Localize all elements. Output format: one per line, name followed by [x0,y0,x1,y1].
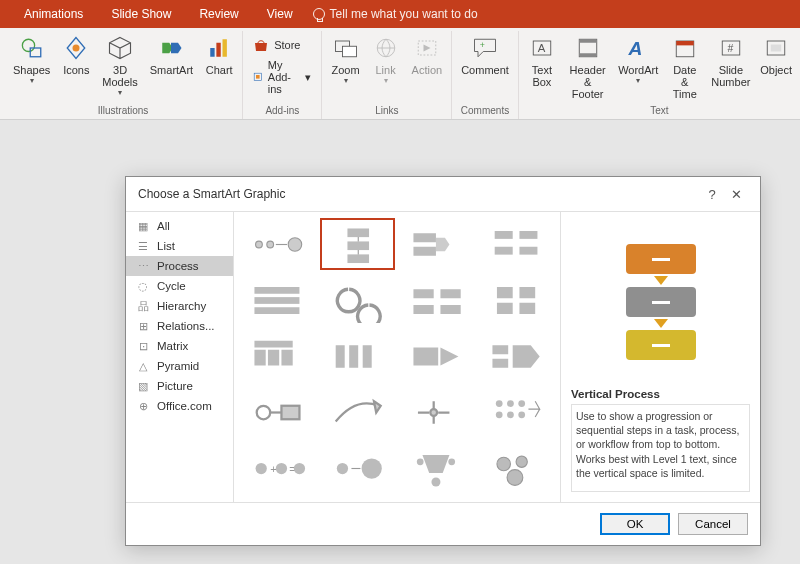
category-icon: ⋯ [136,259,150,273]
link-button[interactable]: Link▾ [367,31,405,85]
smartart-thumb-14[interactable] [399,386,475,438]
tab-slideshow[interactable]: Slide Show [97,0,185,28]
tab-animations[interactable]: Animations [10,0,97,28]
icons-button[interactable]: Icons [57,31,95,76]
category-icon: △ [136,359,150,373]
group-addins: Store My Add-ins ▾ Add-ins [243,31,322,119]
smartart-thumb-10[interactable] [399,330,475,382]
svg-rect-38 [254,297,299,304]
svg-rect-9 [342,46,356,57]
close-button[interactable]: ✕ [724,187,748,202]
category-matrix[interactable]: ⊡Matrix [126,336,233,356]
svg-rect-37 [254,287,299,294]
ok-button[interactable]: OK [600,513,670,535]
svg-point-73 [362,458,382,478]
svg-point-61 [496,400,503,407]
action-icon [413,34,441,62]
tell-me-search[interactable]: Tell me what you want to do [313,7,478,21]
smartart-thumb-12[interactable] [240,386,316,438]
store-button[interactable]: Store [247,35,317,55]
action-button[interactable]: Action [407,31,448,76]
smartart-thumb-2[interactable] [399,218,475,270]
help-button[interactable]: ? [700,187,724,202]
comment-button[interactable]: + Comment [456,31,514,76]
textbox-icon: A [528,34,556,62]
svg-rect-1 [30,48,41,57]
smartart-thumb-15[interactable] [479,386,555,438]
category-icon: ◌ [136,279,150,293]
category-icon: ⊡ [136,339,150,353]
smartart-thumb-19[interactable] [479,442,555,494]
group-links: Zoom▾ Link▾ Action Links [322,31,452,119]
group-label-comments: Comments [461,103,509,119]
smartart-thumb-1[interactable] [320,218,396,270]
zoom-icon [332,34,360,62]
category-list[interactable]: ☰List [126,236,233,256]
svg-rect-34 [520,231,538,239]
category-process[interactable]: ⋯Process [126,256,233,276]
category-officecom[interactable]: ⊕Office.com [126,396,233,416]
smartart-thumb-8[interactable] [240,330,316,382]
smartart-icon [157,34,185,62]
svg-rect-55 [413,347,438,365]
textbox-button[interactable]: A Text Box [523,31,561,88]
arrow-icon [654,319,668,328]
svg-rect-41 [440,289,460,298]
category-pyramid[interactable]: △Pyramid [126,356,233,376]
svg-rect-52 [336,345,345,368]
smartart-thumb-18[interactable] [399,442,475,494]
preview-description: Use to show a progression or sequential … [571,404,750,492]
lightbulb-icon [313,8,325,20]
my-addins-button[interactable]: My Add-ins ▾ [247,57,317,97]
svg-point-77 [497,457,511,471]
svg-rect-42 [413,305,433,314]
group-label-illustrations: Illustrations [98,103,149,119]
comment-icon: + [471,34,499,62]
svg-rect-17 [579,53,597,57]
smartart-thumb-5[interactable] [320,274,396,326]
smartart-thumb-4[interactable] [240,274,316,326]
slide-number-button[interactable]: # Slide Number [708,31,755,88]
svg-point-58 [256,405,270,419]
tab-view[interactable]: View [253,0,307,28]
category-cycle[interactable]: ◌Cycle [126,276,233,296]
tab-review[interactable]: Review [185,0,252,28]
smartart-thumb-16[interactable]: += [240,442,316,494]
smartart-thumb-6[interactable] [399,274,475,326]
smartart-button[interactable]: SmartArt [145,31,198,76]
group-comments: + Comment Comments [452,31,519,119]
category-relations[interactable]: ⊞Relations... [126,316,233,336]
smartart-thumb-3[interactable] [479,218,555,270]
smartart-thumb-11[interactable] [479,330,555,382]
cancel-button[interactable]: Cancel [678,513,748,535]
svg-rect-46 [497,302,513,313]
category-icon: ☰ [136,239,150,253]
group-text: A Text Box Header & Footer A WordArt▾ Da… [519,31,800,119]
smartart-thumb-13[interactable] [320,386,396,438]
category-picture[interactable]: ▧Picture [126,376,233,396]
svg-rect-30 [348,255,370,264]
date-time-button[interactable]: Date & Time [664,31,706,100]
zoom-button[interactable]: Zoom▾ [326,31,364,85]
svg-point-67 [255,462,266,473]
svg-rect-36 [520,246,538,254]
shapes-button[interactable]: Shapes▾ [8,31,55,85]
category-icon: ⊞ [136,319,150,333]
wordart-button[interactable]: A WordArt▾ [614,31,662,85]
category-all[interactable]: ▦All [126,216,233,236]
svg-point-65 [507,411,514,418]
smartart-thumb-9[interactable] [320,330,396,382]
smartart-thumb-0[interactable] [240,218,316,270]
header-footer-button[interactable]: Header & Footer [563,31,613,100]
3d-models-button[interactable]: 3D Models▾ [97,31,142,97]
svg-text:+: + [480,40,485,50]
smartart-thumb-7[interactable] [479,274,555,326]
smartart-thumb-17[interactable] [320,442,396,494]
category-hierarchy[interactable]: 品Hierarchy [126,296,233,316]
object-button[interactable]: Object [756,31,796,76]
link-icon [372,34,400,62]
smartart-gallery[interactable]: += [234,212,560,502]
chart-button[interactable]: Chart [200,31,238,76]
preview-pane: Vertical Process Use to show a progressi… [560,212,760,502]
category-icon: ▧ [136,379,150,393]
